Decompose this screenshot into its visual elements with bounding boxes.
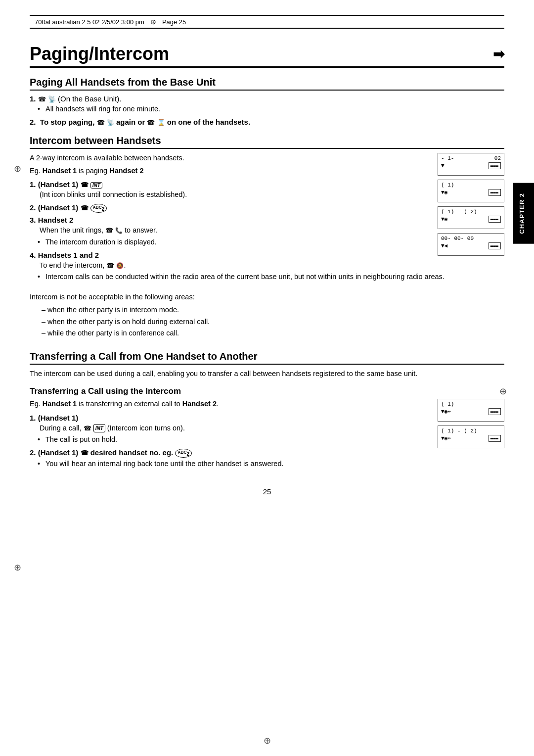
- panel1-top-row: - 1- 02: [441, 155, 501, 161]
- transfer-step-1-label: 1. (Handset 1): [30, 414, 504, 422]
- section-intercom: Intercom between Handsets - 1- 02 ▼ ▬▬▬: [30, 135, 504, 342]
- phone-icon-t1: ☎: [84, 425, 91, 432]
- step-paging-2-text: 2. To stop paging, ☎ 📡 again or ☎ ⌛ on o…: [30, 118, 504, 126]
- intercom-step-1-label: 1. (Handset 1) ☎ INT: [30, 180, 504, 189]
- answer-icon: 📞: [115, 227, 123, 234]
- subsection-heading-transfer-intercom: Transferring a Call using the Intercom: [30, 386, 504, 396]
- stop-paging-label: To stop paging,: [40, 118, 95, 126]
- step-paging-1-text: 1. ☎ 📡 (On the Base Unit).: [30, 94, 504, 103]
- step-paging-1-bullet: All handsets will ring for one minute.: [45, 104, 504, 115]
- transfer-step-1: 1. (Handset 1) During a call, ☎ INT (Int…: [30, 414, 504, 446]
- transfer-panel1-mid: ▼◉↔ ▬▬▬: [441, 408, 501, 415]
- panel3-top-row: ( 1) - ( 2): [441, 209, 501, 215]
- transfer-step-1-sub: During a call, ☎ INT (Intercom icon turn…: [40, 423, 504, 434]
- panel1-top-left: - 1-: [441, 155, 454, 161]
- wave-icon-1: 📡: [48, 95, 56, 103]
- panel3-battery: ▬▬▬: [489, 216, 501, 223]
- page-number-container: 25: [30, 487, 504, 496]
- header-page-ref: Page 25: [162, 18, 186, 26]
- wave-icon-2: 📡: [107, 119, 114, 126]
- intercom-step-4-sub: To end the intercom, ☎ 🔕.: [40, 260, 504, 271]
- page-title-text: Paging/Intercom: [30, 44, 169, 64]
- transfer-intro: The intercom can be used during a call, …: [30, 369, 504, 379]
- phone-icon-2b: ☎: [147, 119, 155, 126]
- crosshair-bottom-icon: ⊕: [264, 735, 271, 746]
- section-paging-all: Paging All Handsets from the Base Unit 1…: [30, 77, 504, 126]
- intercom-intro: A 2-way intercom is available between ha…: [30, 153, 504, 164]
- crosshair-left-bottom-icon: ⊕: [14, 562, 21, 573]
- header-crosshair-icon: [149, 18, 157, 26]
- content-area: Paging/Intercom ➡ Paging All Handsets fr…: [30, 29, 504, 496]
- phone-icon-end: ☎: [106, 262, 114, 269]
- panel1-mid-row: ▼ ▬▬▬: [441, 162, 501, 169]
- end-icon-2: ⌛: [157, 119, 165, 126]
- end-call-icon: 🔕: [116, 262, 124, 269]
- page-wrapper: 700al australian 2 5 02 2/5/02 3:00 pm P…: [0, 15, 534, 756]
- crosshair-left-top-icon: ⊕: [14, 163, 21, 174]
- page-title-arrow-icon: ➡: [493, 46, 504, 62]
- intercom-panel-3: ( 1) - ( 2) ▼◉ ▬▬▬: [438, 206, 504, 229]
- header-bar: 700al australian 2 5 02 2/5/02 3:00 pm P…: [30, 15, 504, 29]
- transfer-panel1-battery: ▬▬▬: [489, 408, 501, 415]
- phone-icon-2a: ☎: [97, 119, 105, 126]
- transfer-panel2-top: ( 1) - ( 2): [441, 428, 501, 434]
- page-number: 25: [263, 487, 271, 496]
- intercom-step-4-bullet: Intercom calls can be conducted within t…: [45, 272, 504, 283]
- phone-icon-h1: ☎: [81, 181, 89, 189]
- step-paging-1-label: (On the Base Unit).: [58, 94, 121, 103]
- intercom-dash-1: – when the other party is in intercom mo…: [42, 305, 504, 316]
- transfer-step-2-bullet: You will hear an internal ring back tone…: [45, 459, 504, 470]
- phone-icon-ring: ☎: [105, 227, 113, 234]
- intercom-not-acceptable: Intercom is not be acceptable in the fol…: [30, 292, 504, 303]
- phone-icon-h1-2: ☎: [81, 204, 89, 212]
- intercom-step-3: 3. Handset 2 When the unit rings, ☎ 📞 to…: [30, 216, 504, 248]
- transfer-panel2-top-left: ( 1) - ( 2): [441, 428, 477, 434]
- section-heading-intercom: Intercom between Handsets: [30, 135, 504, 149]
- abc2-button-icon-t2: ABC2: [175, 449, 192, 458]
- phone-icon-1: ☎: [38, 95, 46, 103]
- int-button-icon: INT: [90, 182, 102, 189]
- header-text: 700al australian 2 5 02 2/5/02 3:00 pm: [35, 18, 144, 26]
- intercom-step-2: 2. (Handset 1) ☎ ABC2: [30, 203, 504, 213]
- transfer-panel1-top: ( 1): [441, 401, 501, 407]
- intercom-dash-3: – while the other party is in conference…: [42, 328, 504, 339]
- intercom-step-4: 4. Handsets 1 and 2 To end the intercom,…: [30, 251, 504, 339]
- abc2-button-icon: ABC2: [90, 204, 107, 213]
- intercom-step-1-sub: (Int icon blinks until connection is est…: [40, 189, 504, 200]
- intercom-step-4-label: 4. Handsets 1 and 2: [30, 251, 504, 259]
- step-num-2: 2.: [30, 118, 38, 126]
- intercom-dash-2: – when the other party is on hold during…: [42, 317, 504, 328]
- int-button-icon-t1: INT: [93, 424, 105, 432]
- page-title: Paging/Intercom ➡: [30, 44, 504, 68]
- panel2-top-row: ( 1): [441, 182, 501, 188]
- panel1-top-right: 02: [494, 155, 501, 161]
- section-transfer-intercom: Transferring a Call using the Intercom (…: [30, 386, 504, 472]
- intercom-step-3-label: 3. Handset 2: [30, 216, 504, 224]
- intercom-example: Eg. Handset 1 is paging Handset 2: [30, 166, 504, 177]
- transfer-step-2-label: 2. (Handset 1) ☎ desired handset no. eg.…: [30, 448, 504, 458]
- panel1-battery: ▬▬▬: [489, 162, 501, 169]
- panel2-signal: ▼◉: [441, 189, 447, 195]
- panel2-battery: ▬▬▬: [489, 189, 501, 196]
- intercom-step-1: 1. (Handset 1) ☎ INT (Int icon blinks un…: [30, 180, 504, 200]
- intercom-step-3-sub: When the unit rings, ☎ 📞 to answer.: [40, 225, 504, 236]
- panel2-mid-row: ▼◉ ▬▬▬: [441, 189, 501, 196]
- transfer-example: Eg. Handset 1 is transferring an externa…: [30, 399, 504, 410]
- panel3-mid-row: ▼◉ ▬▬▬: [441, 216, 501, 223]
- step-paging-2: 2. To stop paging, ☎ 📡 again or ☎ ⌛ on o…: [30, 118, 504, 126]
- panel3-top-left: ( 1) - ( 2): [441, 209, 477, 215]
- crosshair-right-icon: ⊕: [499, 386, 507, 397]
- step-paging-1: 1. ☎ 📡 (On the Base Unit). All handsets …: [30, 94, 504, 115]
- section-heading-paging: Paging All Handsets from the Base Unit: [30, 77, 504, 91]
- panel1-signal: ▼: [441, 162, 445, 169]
- section-transfer: Transferring a Call from One Handset to …: [30, 351, 504, 379]
- transfer-panel1-signal: ▼◉↔: [441, 408, 451, 415]
- transfer-panel1-top-left: ( 1): [441, 401, 454, 407]
- intercom-step-3-bullet: The intercom duration is displayed.: [45, 237, 504, 248]
- intercom-panel-2: ( 1) ▼◉ ▬▬▬: [438, 180, 504, 202]
- phone-icon-t2: ☎: [81, 449, 89, 457]
- panel3-signal: ▼◉: [441, 216, 447, 222]
- chapter-tab: CHAPTER 2: [513, 183, 534, 244]
- panel2-top-left: ( 1): [441, 182, 454, 188]
- transfer-step-1-bullet: The call is put on hold.: [45, 434, 504, 445]
